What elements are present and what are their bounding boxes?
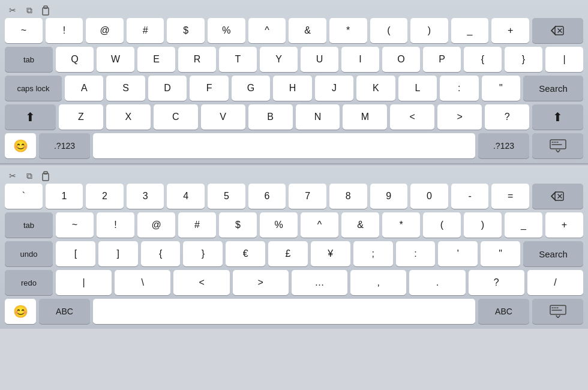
cut-icon[interactable]: ✂ <box>6 5 19 16</box>
abc-key-2[interactable]: ABC <box>478 299 529 324</box>
key-e[interactable]: E <box>137 47 175 72</box>
key-plus2[interactable]: + <box>545 212 583 238</box>
key-colon2[interactable]: : <box>396 241 436 266</box>
key-gt2[interactable]: > <box>233 270 289 295</box>
key-i[interactable]: I <box>341 47 379 72</box>
key-n[interactable]: N <box>296 104 340 130</box>
key-question2[interactable]: ? <box>469 270 524 295</box>
key-rbrace[interactable]: } <box>505 47 542 72</box>
key-hash2[interactable]: # <box>178 212 216 238</box>
redo-key[interactable]: redo <box>5 270 53 295</box>
key-ellipsis[interactable]: … <box>292 270 347 295</box>
keyboard-hide-1[interactable] <box>532 133 583 158</box>
key-semicolon[interactable]: ; <box>353 241 393 266</box>
tab-key-2[interactable]: tab <box>5 212 53 238</box>
search-button-2[interactable]: Search <box>523 241 583 266</box>
key-z[interactable]: Z <box>59 104 103 130</box>
key-rparen[interactable]: ) <box>410 18 448 43</box>
key-l[interactable]: L <box>398 76 437 101</box>
shift-right-key[interactable]: ⬆ <box>532 104 583 130</box>
key-lparen[interactable]: ( <box>370 18 408 43</box>
key-underscore2[interactable]: _ <box>505 212 542 238</box>
key-tilde[interactable]: ~ <box>5 18 43 43</box>
cut-icon-2[interactable]: ✂ <box>6 170 19 181</box>
key-caret[interactable]: ^ <box>248 18 286 43</box>
key-plus[interactable]: + <box>491 18 529 43</box>
key-backslash[interactable]: \ <box>115 270 170 295</box>
key-dquote2[interactable]: " <box>481 241 520 266</box>
key-9[interactable]: 9 <box>370 184 408 209</box>
key-c[interactable]: C <box>154 104 198 130</box>
key-b[interactable]: B <box>248 104 293 130</box>
key-dollar2[interactable]: $ <box>219 212 257 238</box>
key-lparen2[interactable]: ( <box>423 212 461 238</box>
key-u[interactable]: U <box>301 47 338 72</box>
paste-icon[interactable] <box>40 5 53 16</box>
key-3[interactable]: 3 <box>127 184 164 209</box>
key-p[interactable]: P <box>423 47 461 72</box>
backspace-button[interactable] <box>532 18 583 43</box>
key-y[interactable]: Y <box>260 47 298 72</box>
paste-icon-2[interactable] <box>40 170 53 181</box>
key-0[interactable]: 0 <box>410 184 448 209</box>
caps-lock-key[interactable]: caps lock <box>5 76 62 101</box>
key-4[interactable]: 4 <box>167 184 205 209</box>
key-d[interactable]: D <box>148 76 187 101</box>
key-exclaim[interactable]: ! <box>46 18 83 43</box>
key-dollar[interactable]: $ <box>167 18 205 43</box>
search-button-1[interactable]: Search <box>523 76 583 101</box>
key-at[interactable]: @ <box>86 18 124 43</box>
key-gt[interactable]: > <box>437 104 482 130</box>
key-caret2[interactable]: ^ <box>301 212 338 238</box>
key-rbrace2[interactable]: } <box>183 241 223 266</box>
key-percent[interactable]: % <box>208 18 245 43</box>
key-lbracket[interactable]: [ <box>56 241 95 266</box>
key-r[interactable]: R <box>178 47 216 72</box>
key-j[interactable]: J <box>315 76 353 101</box>
key-percent2[interactable]: % <box>260 212 298 238</box>
key-at2[interactable]: @ <box>137 212 175 238</box>
key-s[interactable]: S <box>106 76 145 101</box>
symbol-key-2[interactable]: .?123 <box>478 133 529 158</box>
key-2[interactable]: 2 <box>86 184 124 209</box>
key-m[interactable]: M <box>343 104 387 130</box>
key-asterisk[interactable]: * <box>329 18 367 43</box>
copy-icon[interactable]: ⧉ <box>23 5 36 16</box>
key-tilde2[interactable]: ~ <box>56 212 94 238</box>
spacebar-1[interactable] <box>93 133 475 158</box>
key-a[interactable]: A <box>65 76 103 101</box>
abc-key-1[interactable]: ABC <box>39 299 90 324</box>
key-equals[interactable]: = <box>491 184 529 209</box>
key-lbrace[interactable]: { <box>464 47 502 72</box>
key-5[interactable]: 5 <box>208 184 245 209</box>
key-t[interactable]: T <box>219 47 257 72</box>
key-colon[interactable]: : <box>440 76 478 101</box>
key-minus[interactable]: - <box>451 184 489 209</box>
symbol-key-1[interactable]: .?123 <box>39 133 90 158</box>
key-ampersand2[interactable]: & <box>341 212 379 238</box>
key-dquote[interactable]: " <box>482 76 520 101</box>
key-rbracket[interactable]: ] <box>98 241 138 266</box>
tab-key[interactable]: tab <box>5 47 53 72</box>
undo-key[interactable]: undo <box>5 241 53 266</box>
key-lt[interactable]: < <box>390 104 434 130</box>
key-asterisk2[interactable]: * <box>382 212 420 238</box>
key-underscore[interactable]: _ <box>451 18 489 43</box>
key-exclaim2[interactable]: ! <box>97 212 134 238</box>
emoji-key-2[interactable]: 😊 <box>5 299 36 324</box>
key-lt2[interactable]: < <box>173 270 229 295</box>
key-pound[interactable]: £ <box>268 241 308 266</box>
key-period[interactable]: . <box>409 270 465 295</box>
key-euro[interactable]: € <box>226 241 265 266</box>
key-1[interactable]: 1 <box>46 184 83 209</box>
spacebar-2[interactable] <box>93 299 475 324</box>
key-o[interactable]: O <box>382 47 420 72</box>
key-yen[interactable]: ¥ <box>311 241 350 266</box>
key-q[interactable]: Q <box>56 47 94 72</box>
key-pipe[interactable]: | <box>545 47 583 72</box>
key-f[interactable]: F <box>190 76 228 101</box>
key-v[interactable]: V <box>201 104 245 130</box>
key-w[interactable]: W <box>97 47 134 72</box>
key-6[interactable]: 6 <box>248 184 286 209</box>
key-slash[interactable]: / <box>527 270 583 295</box>
